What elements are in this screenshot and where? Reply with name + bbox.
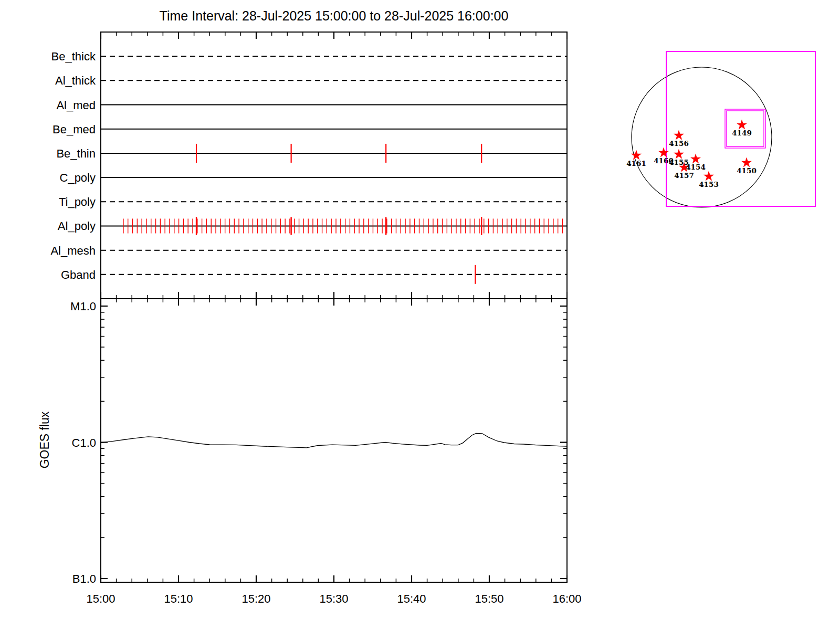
timeline-panel: Be_thickAl_thickAl_medBe_medBe_thinC_pol… xyxy=(50,32,567,299)
y-tick-label: M1.0 xyxy=(70,300,96,313)
goes-y-axis-title: GOES flux xyxy=(38,411,51,468)
filter-label: Al_med xyxy=(56,99,96,112)
filter-row-C_poly: C_poly xyxy=(60,171,567,184)
goes-panel: 15:0015:1015:2015:3015:4015:5016:00M1.0C… xyxy=(38,299,582,605)
filter-row-Al_mesh: Al_mesh xyxy=(50,244,567,257)
active-region-label-4156: 4156 xyxy=(669,139,689,148)
active-region-star-4153 xyxy=(704,171,714,181)
filter-row-Ti_poly: Ti_poly xyxy=(59,195,567,208)
active-region-label-4161: 4161 xyxy=(626,159,646,167)
x-tick-label: 15:30 xyxy=(319,592,348,605)
filter-row-Be_med: Be_med xyxy=(52,123,567,136)
x-tick-label: 15:20 xyxy=(242,592,270,605)
filter-row-Gband: Gband xyxy=(61,265,567,284)
chart-title: Time Interval: 28-Jul-2025 15:00:00 to 2… xyxy=(101,8,567,24)
filter-label: Gband xyxy=(61,268,96,281)
filter-label: Ti_poly xyxy=(59,195,96,208)
plot-svg: Be_thickAl_thickAl_medBe_medBe_thinC_pol… xyxy=(0,0,840,630)
active-region-star-4156 xyxy=(674,130,684,140)
active-region-star-4155 xyxy=(674,149,684,159)
active-region-label-4150: 4150 xyxy=(737,166,757,175)
filter-label: Be_thin xyxy=(56,147,96,160)
y-tick-label: B1.0 xyxy=(72,572,96,585)
filter-label: Al_poly xyxy=(58,219,96,233)
x-tick-label: 15:00 xyxy=(86,592,115,605)
active-region-star-4154 xyxy=(690,154,701,164)
filter-row-Be_thick: Be_thick xyxy=(51,50,567,63)
y-tick-label: C1.0 xyxy=(72,436,96,449)
x-tick-label: 15:40 xyxy=(397,592,426,605)
goes-border xyxy=(101,299,567,582)
plot-canvas: Time Interval: 28-Jul-2025 15:00:00 to 2… xyxy=(0,0,840,630)
x-tick-label: 15:50 xyxy=(475,592,503,605)
timeline-border xyxy=(101,32,567,299)
active-region-label-4153: 4153 xyxy=(699,180,719,188)
active-region-label-4149: 4149 xyxy=(732,129,752,137)
filter-label: Al_thick xyxy=(55,74,96,87)
goes-curve xyxy=(101,433,567,448)
x-tick-label: 16:00 xyxy=(552,592,581,605)
filter-label: Al_mesh xyxy=(50,244,96,257)
active-region-star-4149 xyxy=(737,120,747,130)
active-region-label-4154: 4154 xyxy=(686,163,706,171)
filter-label: C_poly xyxy=(60,171,96,184)
active-region-label-4157: 4157 xyxy=(674,171,694,180)
filter-row-Al_thick: Al_thick xyxy=(55,74,567,87)
filter-row-Al_med: Al_med xyxy=(56,99,567,112)
filter-row-Al_poly: Al_poly xyxy=(58,217,567,235)
filter-label: Be_med xyxy=(52,123,96,136)
active-region-star-4160 xyxy=(658,148,669,158)
active-region-star-4150 xyxy=(741,158,752,167)
filter-row-Be_thin: Be_thin xyxy=(56,144,567,163)
active-region-star-4161 xyxy=(631,150,642,160)
sun-map: 416141604156415541544157415341504149 xyxy=(626,51,815,207)
x-tick-label: 15:10 xyxy=(164,592,193,605)
filter-label: Be_thick xyxy=(51,50,96,63)
